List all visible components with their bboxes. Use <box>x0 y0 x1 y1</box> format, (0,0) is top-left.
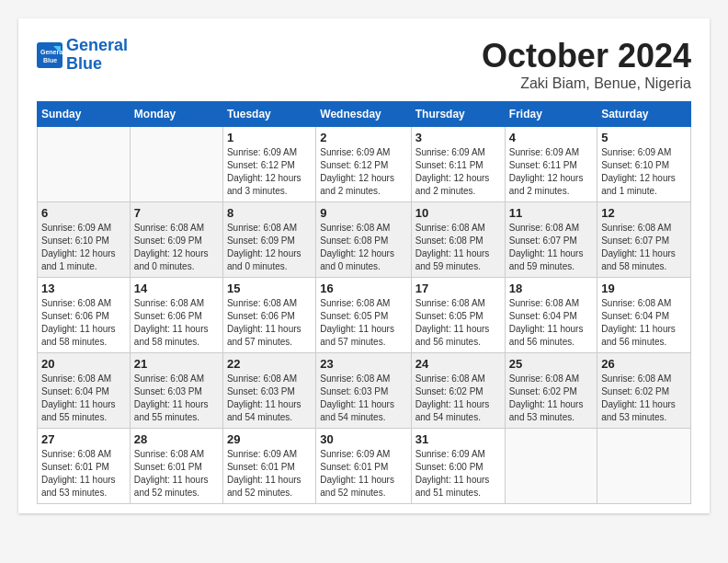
logo-line1: General <box>66 36 128 54</box>
calendar-cell <box>505 429 597 504</box>
calendar-cell: 8Sunrise: 6:08 AM Sunset: 6:09 PM Daylig… <box>222 202 315 278</box>
weekday-header-monday: Monday <box>130 102 222 127</box>
calendar-cell: 2Sunrise: 6:09 AM Sunset: 6:12 PM Daylig… <box>316 127 411 202</box>
calendar-cell: 11Sunrise: 6:08 AM Sunset: 6:07 PM Dayli… <box>505 202 597 278</box>
day-info: Sunrise: 6:08 AM Sunset: 6:04 PM Dayligh… <box>41 373 126 424</box>
calendar-cell: 25Sunrise: 6:08 AM Sunset: 6:02 PM Dayli… <box>505 353 597 429</box>
day-info: Sunrise: 6:09 AM Sunset: 6:10 PM Dayligh… <box>601 146 687 198</box>
title-block: October 2024 Zaki Biam, Benue, Nigeria <box>482 37 691 92</box>
day-number: 26 <box>601 357 687 371</box>
day-info: Sunrise: 6:08 AM Sunset: 6:08 PM Dayligh… <box>415 222 501 273</box>
day-info: Sunrise: 6:08 AM Sunset: 6:03 PM Dayligh… <box>134 373 219 424</box>
calendar-cell: 17Sunrise: 6:08 AM Sunset: 6:05 PM Dayli… <box>411 278 505 353</box>
day-number: 18 <box>509 282 593 295</box>
calendar-cell: 28Sunrise: 6:08 AM Sunset: 6:01 PM Dayli… <box>130 429 222 504</box>
weekday-header-friday: Friday <box>505 102 597 127</box>
day-info: Sunrise: 6:08 AM Sunset: 6:08 PM Dayligh… <box>320 222 406 273</box>
weekday-header-tuesday: Tuesday <box>222 102 315 127</box>
calendar-cell: 15Sunrise: 6:08 AM Sunset: 6:06 PM Dayli… <box>222 278 315 353</box>
calendar-cell: 4Sunrise: 6:09 AM Sunset: 6:11 PM Daylig… <box>505 127 597 202</box>
week-row-4: 20Sunrise: 6:08 AM Sunset: 6:04 PM Dayli… <box>38 353 691 429</box>
day-info: Sunrise: 6:08 AM Sunset: 6:01 PM Dayligh… <box>41 448 126 500</box>
day-info: Sunrise: 6:08 AM Sunset: 6:03 PM Dayligh… <box>320 373 406 424</box>
day-number: 5 <box>601 131 687 144</box>
day-info: Sunrise: 6:08 AM Sunset: 6:02 PM Dayligh… <box>415 373 501 424</box>
day-number: 6 <box>41 206 126 220</box>
day-number: 22 <box>227 357 312 371</box>
calendar-cell: 5Sunrise: 6:09 AM Sunset: 6:10 PM Daylig… <box>597 127 691 202</box>
calendar-cell: 12Sunrise: 6:08 AM Sunset: 6:07 PM Dayli… <box>597 202 691 278</box>
calendar-cell: 21Sunrise: 6:08 AM Sunset: 6:03 PM Dayli… <box>130 353 222 429</box>
weekday-header-row: SundayMondayTuesdayWednesdayThursdayFrid… <box>38 102 691 127</box>
calendar-cell <box>130 127 222 202</box>
day-info: Sunrise: 6:08 AM Sunset: 6:03 PM Dayligh… <box>227 373 312 424</box>
calendar-cell: 10Sunrise: 6:08 AM Sunset: 6:08 PM Dayli… <box>411 202 505 278</box>
calendar-cell: 30Sunrise: 6:09 AM Sunset: 6:01 PM Dayli… <box>316 429 411 504</box>
page: General Blue General Blue October 2024 Z… <box>18 18 710 513</box>
calendar-cell: 24Sunrise: 6:08 AM Sunset: 6:02 PM Dayli… <box>411 353 505 429</box>
day-info: Sunrise: 6:08 AM Sunset: 6:05 PM Dayligh… <box>320 297 406 349</box>
weekday-header-sunday: Sunday <box>38 102 131 127</box>
calendar-cell: 22Sunrise: 6:08 AM Sunset: 6:03 PM Dayli… <box>222 353 315 429</box>
calendar-cell: 20Sunrise: 6:08 AM Sunset: 6:04 PM Dayli… <box>38 353 131 429</box>
calendar-cell: 18Sunrise: 6:08 AM Sunset: 6:04 PM Dayli… <box>505 278 597 353</box>
calendar-cell: 3Sunrise: 6:09 AM Sunset: 6:11 PM Daylig… <box>411 127 505 202</box>
day-info: Sunrise: 6:08 AM Sunset: 6:07 PM Dayligh… <box>601 222 687 273</box>
calendar-cell: 13Sunrise: 6:08 AM Sunset: 6:06 PM Dayli… <box>38 278 131 353</box>
week-row-1: 1Sunrise: 6:09 AM Sunset: 6:12 PM Daylig… <box>38 127 691 202</box>
day-number: 17 <box>415 282 501 295</box>
day-number: 29 <box>227 432 312 446</box>
calendar-table: SundayMondayTuesdayWednesdayThursdayFrid… <box>37 101 691 504</box>
day-info: Sunrise: 6:08 AM Sunset: 6:01 PM Dayligh… <box>134 448 219 500</box>
calendar-cell: 31Sunrise: 6:09 AM Sunset: 6:00 PM Dayli… <box>411 429 505 504</box>
calendar-cell: 16Sunrise: 6:08 AM Sunset: 6:05 PM Dayli… <box>316 278 411 353</box>
day-number: 20 <box>41 357 126 371</box>
day-info: Sunrise: 6:08 AM Sunset: 6:02 PM Dayligh… <box>509 373 593 424</box>
day-number: 4 <box>509 131 593 144</box>
day-info: Sunrise: 6:08 AM Sunset: 6:04 PM Dayligh… <box>601 297 687 349</box>
location: Zaki Biam, Benue, Nigeria <box>482 75 691 92</box>
day-info: Sunrise: 6:09 AM Sunset: 6:12 PM Dayligh… <box>227 146 312 198</box>
logo-line2: Blue <box>66 54 102 73</box>
day-number: 13 <box>41 282 126 295</box>
weekday-header-wednesday: Wednesday <box>316 102 411 127</box>
day-number: 28 <box>134 432 219 446</box>
day-number: 30 <box>320 432 406 446</box>
day-number: 24 <box>415 357 501 371</box>
day-info: Sunrise: 6:08 AM Sunset: 6:05 PM Dayligh… <box>415 297 501 349</box>
weekday-header-thursday: Thursday <box>411 102 505 127</box>
day-info: Sunrise: 6:09 AM Sunset: 6:10 PM Dayligh… <box>41 222 126 273</box>
day-number: 2 <box>320 131 406 144</box>
calendar-cell: 1Sunrise: 6:09 AM Sunset: 6:12 PM Daylig… <box>222 127 315 202</box>
day-number: 11 <box>509 206 593 220</box>
logo-icon: General Blue <box>37 42 63 68</box>
day-number: 19 <box>601 282 687 295</box>
day-number: 10 <box>415 206 501 220</box>
day-info: Sunrise: 6:08 AM Sunset: 6:06 PM Dayligh… <box>134 297 219 349</box>
weekday-header-saturday: Saturday <box>597 102 691 127</box>
day-info: Sunrise: 6:09 AM Sunset: 6:01 PM Dayligh… <box>227 448 312 500</box>
day-info: Sunrise: 6:08 AM Sunset: 6:02 PM Dayligh… <box>601 373 687 424</box>
day-info: Sunrise: 6:08 AM Sunset: 6:06 PM Dayligh… <box>41 297 126 349</box>
calendar-cell: 14Sunrise: 6:08 AM Sunset: 6:06 PM Dayli… <box>130 278 222 353</box>
week-row-3: 13Sunrise: 6:08 AM Sunset: 6:06 PM Dayli… <box>38 278 691 353</box>
day-number: 14 <box>134 282 219 295</box>
day-info: Sunrise: 6:09 AM Sunset: 6:12 PM Dayligh… <box>320 146 406 198</box>
day-info: Sunrise: 6:09 AM Sunset: 6:01 PM Dayligh… <box>320 448 406 500</box>
day-number: 23 <box>320 357 406 371</box>
calendar-cell <box>38 127 131 202</box>
week-row-5: 27Sunrise: 6:08 AM Sunset: 6:01 PM Dayli… <box>38 429 691 504</box>
calendar-cell: 9Sunrise: 6:08 AM Sunset: 6:08 PM Daylig… <box>316 202 411 278</box>
day-info: Sunrise: 6:08 AM Sunset: 6:07 PM Dayligh… <box>509 222 593 273</box>
calendar-cell: 26Sunrise: 6:08 AM Sunset: 6:02 PM Dayli… <box>597 353 691 429</box>
header: General Blue General Blue October 2024 Z… <box>37 37 691 92</box>
day-info: Sunrise: 6:09 AM Sunset: 6:11 PM Dayligh… <box>509 146 593 198</box>
day-info: Sunrise: 6:08 AM Sunset: 6:09 PM Dayligh… <box>227 222 312 273</box>
day-number: 15 <box>227 282 312 295</box>
day-info: Sunrise: 6:08 AM Sunset: 6:04 PM Dayligh… <box>509 297 593 349</box>
month-title: October 2024 <box>482 37 691 75</box>
day-info: Sunrise: 6:09 AM Sunset: 6:11 PM Dayligh… <box>415 146 501 198</box>
day-number: 25 <box>509 357 593 371</box>
day-number: 21 <box>134 357 219 371</box>
calendar-cell: 7Sunrise: 6:08 AM Sunset: 6:09 PM Daylig… <box>130 202 222 278</box>
